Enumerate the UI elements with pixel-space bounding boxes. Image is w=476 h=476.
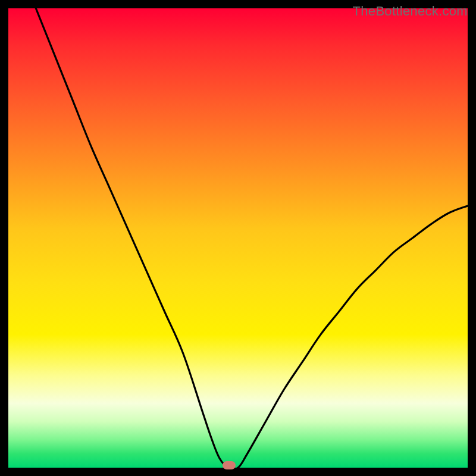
chart-stage: TheBottleneck.com bbox=[0, 0, 476, 476]
plot-area bbox=[8, 8, 468, 468]
optimal-point-marker bbox=[223, 461, 236, 469]
bottleneck-curve bbox=[8, 8, 468, 468]
